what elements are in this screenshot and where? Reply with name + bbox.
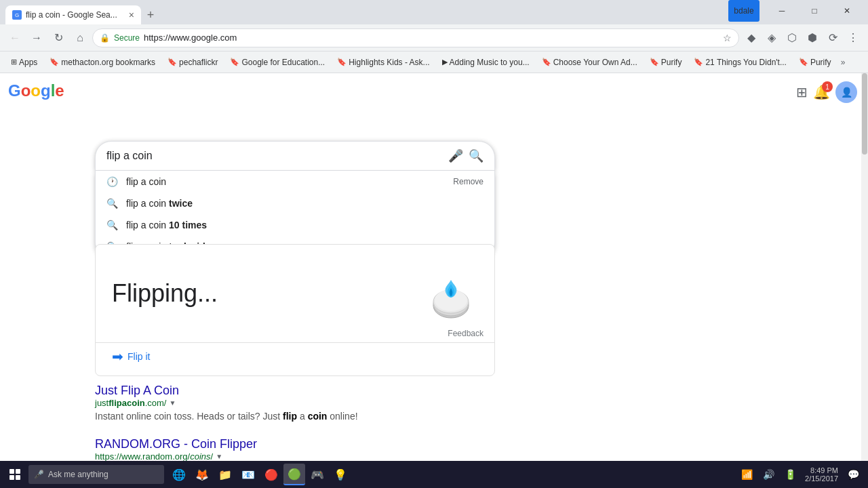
taskbar-app-chrome[interactable]: 🟢 (283, 464, 305, 485)
bookmark-star-icon[interactable]: ☆ (723, 33, 732, 43)
result-2-dropdown[interactable]: ▼ (216, 453, 222, 460)
notifications-button[interactable]: 🔔 1 (813, 84, 830, 100)
window-controls: bdale ─ □ ✕ (728, 0, 863, 24)
search-icon[interactable]: 🔍 (469, 148, 484, 163)
bookmark-icon-9: 🔖 (799, 58, 808, 66)
taskbar-search-placeholder: Ask me anything (48, 470, 108, 479)
logo-o2: o (31, 81, 41, 100)
taskbar-volume-icon[interactable]: 🔊 (759, 465, 778, 484)
logo-e: e (55, 81, 64, 100)
taskbar-search[interactable]: 🎤 Ask me anything (28, 465, 164, 484)
refresh-icon[interactable]: ⟳ (823, 28, 842, 47)
result-1-dropdown[interactable]: ▼ (169, 399, 176, 407)
result-1-url-highlight: flipacoin (108, 398, 144, 408)
chrome-menu-icon[interactable]: ⋮ (844, 28, 863, 47)
bookmark-purify1[interactable]: 🔖 Purify (644, 56, 688, 68)
back-button[interactable]: ← (5, 28, 24, 47)
autocomplete-item-3[interactable]: 🔍 flip a coin 10 times (96, 214, 494, 236)
autocomplete-item-1[interactable]: 🕐 flip a coin Remove (96, 171, 494, 192)
logo-g2: g (41, 81, 51, 100)
search-result-2: RANDOM.ORG - Coin Flipper https://www.ra… (95, 437, 495, 461)
taskbar-battery-icon[interactable]: 🔋 (781, 465, 800, 484)
taskbar-search-mic: 🎤 (34, 470, 44, 479)
taskbar-app-game[interactable]: 🎮 (307, 464, 328, 485)
taskbar-app-idea[interactable]: 💡 (330, 464, 351, 485)
google-apps-icon[interactable]: ⊞ (796, 84, 808, 100)
coin-image (424, 266, 478, 321)
bookmark-apps[interactable]: ⊞ Apps (5, 56, 43, 68)
search-container: 🎤 🔍 🕐 flip a coin Remove 🔍 flip a coin t… (95, 141, 495, 258)
tab-favicon: G (12, 10, 22, 20)
windows-icon (9, 469, 20, 480)
maximize-button[interactable]: □ (799, 0, 830, 22)
bookmark-methacton[interactable]: 🔖 methacton.org bookmarks (44, 56, 161, 68)
bookmark-google-edu-label: Google for Education... (241, 58, 325, 67)
forward-button[interactable]: → (27, 28, 46, 47)
result-1-url-text: justflipacoin.com/ (95, 398, 166, 408)
taskbar-network-icon[interactable]: 📶 (737, 465, 756, 484)
bookmark-pecha[interactable]: 🔖 pechaflickr (162, 56, 223, 68)
result-2-url: https://www.random.org/coins/ ▼ (95, 451, 495, 461)
user-badge: bdale (728, 0, 760, 22)
bookmark-icon-1: 🔖 (50, 58, 59, 66)
taskbar-app-edge[interactable]: 🌐 (168, 464, 190, 485)
bookmark-music[interactable]: ▶ Adding Music to you... (437, 56, 535, 68)
user-avatar[interactable]: 👤 (835, 81, 857, 103)
reload-button[interactable]: ↻ (49, 28, 68, 47)
title-bar: G flip a coin - Google Sea... × + bdale … (0, 0, 868, 24)
bookmark-21things[interactable]: 🔖 21 Things You Didn't... (688, 56, 792, 68)
browser-tab[interactable]: G flip a coin - Google Sea... × (5, 5, 141, 24)
search-input[interactable] (106, 150, 448, 162)
flip-it-button[interactable]: ➡ Flip it (112, 348, 150, 365)
coin-widget-body: Flipping... (96, 245, 494, 342)
autocomplete-item-2[interactable]: 🔍 flip a coin twice (96, 192, 494, 214)
taskbar-apps: 🌐 🦊 📁 📧 🔴 🟢 🎮 💡 (168, 464, 351, 485)
remove-suggestion-button[interactable]: Remove (453, 177, 484, 186)
bookmark-google-edu[interactable]: 🔖 Google for Education... (224, 56, 330, 68)
taskbar-clock: 8:49 PM 2/15/2017 (802, 466, 841, 483)
autocomplete-text-3: flip a coin 10 times (126, 220, 484, 230)
microphone-icon[interactable]: 🎤 (448, 148, 463, 163)
start-button[interactable] (3, 462, 27, 487)
bookmark-pecha-label: pechaflickr (179, 58, 218, 67)
taskbar-app-explorer[interactable]: 📁 (214, 464, 236, 485)
chrome-browser: G flip a coin - Google Sea... × + bdale … (0, 0, 868, 488)
new-tab-button[interactable]: + (141, 5, 160, 24)
taskbar-date: 2/15/2017 (805, 474, 838, 483)
taskbar-notification-icon[interactable]: 💬 (844, 465, 863, 484)
search-history-icon: 🕐 (106, 176, 118, 187)
close-window-button[interactable]: ✕ (831, 0, 863, 22)
nav-right-icons: ◆ ◈ ⬡ ⬢ ⟳ ⋮ (742, 28, 863, 47)
address-bar-icons: ☆ (723, 33, 732, 43)
search-box[interactable]: 🎤 🔍 (95, 141, 495, 171)
notification-badge: 1 (822, 81, 833, 92)
result-1-title: Just Flip A Coin (95, 384, 495, 398)
home-button[interactable]: ⌂ (71, 28, 90, 47)
close-tab-button[interactable]: × (129, 9, 134, 20)
bookmark-purify2[interactable]: 🔖 Purify (793, 56, 837, 68)
taskbar-app-firefox[interactable]: 🦊 (191, 464, 213, 485)
taskbar-app-outlook[interactable]: 📧 (237, 464, 259, 485)
bookmark-icon-2: 🔖 (167, 58, 177, 66)
extensions-icon-1[interactable]: ◆ (742, 28, 761, 47)
address-bar[interactable]: 🔒 Secure https://www.google.com ☆ (92, 28, 739, 47)
result-2-link[interactable]: RANDOM.ORG - Coin Flipper (95, 437, 257, 451)
coin-widget-footer-wrapper: ➡ Flip it Feedback (96, 342, 494, 375)
bookmark-icon-5: ▶ (442, 58, 448, 66)
bookmark-choose[interactable]: 🔖 Choose Your Own Ad... (536, 56, 643, 68)
feedback-link[interactable]: Feedback (448, 329, 484, 338)
result-1-link[interactable]: Just Flip A Coin (95, 384, 179, 397)
taskbar-right: 📶 🔊 🔋 8:49 PM 2/15/2017 💬 (737, 465, 865, 484)
extensions-icon-2[interactable]: ◈ (762, 28, 781, 47)
navigation-bar: ← → ↻ ⌂ 🔒 Secure https://www.google.com … (0, 24, 868, 52)
page-scrollbar[interactable] (861, 73, 868, 461)
scrollbar-thumb[interactable] (862, 73, 867, 155)
extensions-icon-3[interactable]: ⬡ (783, 28, 802, 47)
minimize-button[interactable]: ─ (766, 0, 797, 22)
extensions-icon-4[interactable]: ⬢ (803, 28, 822, 47)
bookmarks-overflow-button[interactable]: » (838, 56, 848, 68)
bookmark-highlights[interactable]: 🔖 Highlights Kids - Ask... (332, 56, 435, 68)
search-icon-3: 🔍 (106, 220, 118, 230)
autocomplete-text-2: flip a coin twice (126, 198, 484, 209)
taskbar-app-red[interactable]: 🔴 (260, 464, 282, 485)
